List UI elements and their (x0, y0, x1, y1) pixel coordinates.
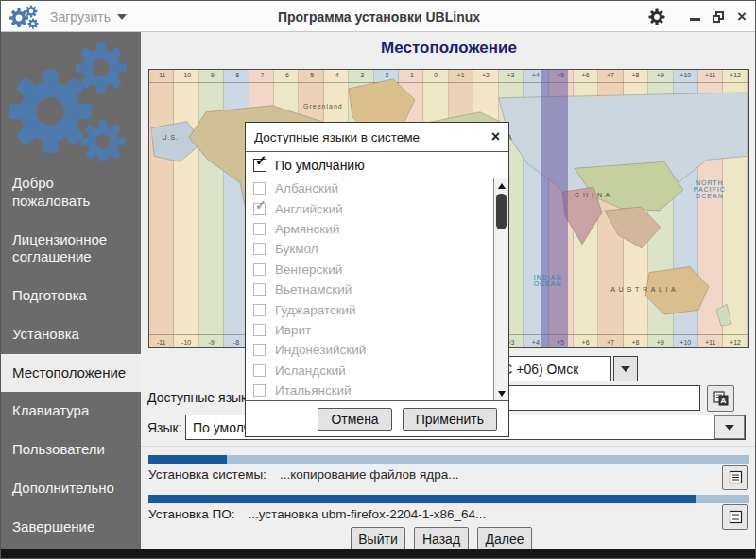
languages-dialog: Доступные языки в системе × ✓ По умолчан… (245, 122, 509, 437)
system-install-label: Установка системы: (148, 467, 266, 482)
next-button[interactable]: Далее (477, 527, 532, 551)
system-log-button[interactable] (722, 465, 748, 490)
gears-artwork-icon (1, 32, 141, 161)
installer-window: Загрузить Программа установки UBLinux × … (0, 0, 756, 559)
sidebar-item-finish[interactable]: Завершение (1, 508, 141, 547)
dialog-title: Доступные языки в системе (254, 130, 420, 144)
maximize-icon (713, 11, 724, 23)
language-item[interactable]: Гуджаратский (246, 299, 493, 319)
back-button[interactable]: Назад (414, 527, 469, 551)
language-dropdown-button[interactable] (714, 415, 745, 439)
language-checkbox[interactable] (253, 223, 266, 235)
sidebar-item-additional[interactable]: Дополнительно (1, 469, 141, 508)
language-checkbox[interactable] (253, 182, 266, 195)
language-name: Английский (275, 202, 343, 216)
software-install-label: Установка ПО: (148, 507, 235, 521)
selected-timezone-band (541, 70, 568, 347)
language-checkbox[interactable] (253, 283, 266, 296)
sidebar: Добро пожаловатьЛицензионное соглашениеП… (1, 32, 141, 551)
software-install-status: Установка ПО:...установка ubm-firefox-22… (148, 507, 486, 521)
language-item[interactable]: Итальянский (246, 381, 493, 400)
title-bar: Загрузить Программа установки UBLinux × (1, 1, 756, 32)
system-install-progressbar (148, 455, 749, 464)
language-checkbox[interactable] (253, 304, 266, 316)
language-name: Венгерский (275, 263, 342, 277)
timezone-dropdown-button[interactable] (613, 356, 638, 381)
chevron-down-icon (117, 14, 127, 20)
minimize-button[interactable] (687, 9, 702, 25)
choose-languages-button[interactable]: A (707, 385, 734, 412)
sidebar-item-location[interactable]: Местоположение (1, 354, 141, 393)
sidebar-item-installation[interactable]: Установка (1, 315, 141, 354)
app-logo-gears-icon (9, 4, 41, 30)
dialog-close-icon[interactable]: × (491, 130, 500, 144)
language-checkbox[interactable] (253, 384, 266, 397)
load-menu-label: Загрузить (50, 9, 111, 25)
scroll-up-button[interactable] (494, 179, 508, 192)
language-name: Букмол (275, 242, 318, 256)
close-button[interactable]: × (734, 9, 749, 25)
language-checkbox[interactable] (253, 324, 266, 336)
language-item[interactable]: Венгерский (246, 260, 493, 280)
language-name: Итальянский (275, 383, 352, 398)
svg-text:A: A (720, 397, 726, 405)
scrollbar[interactable] (493, 178, 508, 400)
language-item[interactable]: Иврит (246, 320, 493, 340)
language-name: Исландский (275, 364, 346, 378)
language-item[interactable]: ✓Английский (246, 198, 493, 218)
arrow-up-icon (498, 183, 506, 189)
software-install-progressbar (148, 495, 749, 503)
arrow-down-icon (498, 391, 506, 397)
language-item[interactable]: Армянский (246, 219, 493, 239)
language-name: Вьетнамский (275, 282, 352, 296)
sidebar-item-license[interactable]: Лицензионное соглашение (1, 221, 141, 278)
log-list-icon (729, 470, 743, 484)
default-label: По умолчанию (275, 158, 365, 173)
cancel-button[interactable]: Отмена (318, 408, 391, 431)
language-item[interactable]: Индонезийский (246, 340, 493, 360)
language-checkbox[interactable]: ✓ (253, 203, 266, 215)
language-checkbox[interactable] (253, 364, 266, 377)
sidebar-item-users[interactable]: Пользователи (1, 431, 141, 469)
language-name: Иврит (275, 323, 311, 337)
language-list: Албанский✓АнглийскийАрмянскийБукмолВенге… (246, 178, 508, 401)
language-name: Индонезийский (275, 343, 366, 357)
software-log-button[interactable] (722, 504, 748, 530)
scrollbar-thumb[interactable] (496, 194, 507, 229)
maximize-button[interactable] (711, 9, 726, 25)
bottom-strip (1, 549, 756, 558)
chevron-down-icon (725, 425, 734, 431)
sidebar-item-keyboard[interactable]: Клавиатура (1, 392, 141, 431)
checkmark-icon: ✓ (255, 197, 266, 212)
language-item[interactable]: Албанский (246, 178, 493, 198)
language-checkbox[interactable] (253, 344, 266, 356)
minimize-icon (690, 18, 700, 21)
log-list-icon (729, 510, 743, 524)
language-checkbox[interactable] (253, 243, 266, 255)
language-name: Армянский (275, 222, 339, 236)
language-name: Албанский (275, 181, 338, 195)
checkmark-icon: ✓ (255, 152, 267, 169)
page-title: Местоположение (141, 39, 756, 58)
apply-button[interactable]: Применить (403, 408, 497, 431)
load-menu-button[interactable]: Загрузить (50, 1, 127, 32)
language-name: Гуджаратский (275, 303, 356, 317)
system-install-status: Установка системы:...копирование файлов … (148, 467, 458, 482)
default-language-option[interactable]: ✓ По умолчанию (246, 152, 508, 178)
sidebar-item-preparation[interactable]: Подготовка (1, 277, 141, 315)
available-languages-label: Доступные языки (147, 390, 254, 405)
language-item[interactable]: Исландский (246, 361, 493, 381)
chevron-down-icon (621, 366, 630, 372)
sidebar-item-welcome[interactable]: Добро пожаловать (1, 164, 141, 221)
quit-button[interactable]: Выйти (351, 527, 405, 551)
scroll-down-button[interactable] (494, 387, 508, 399)
default-checkbox[interactable]: ✓ (253, 159, 266, 172)
close-icon: × (737, 10, 747, 24)
language-label: Язык: (147, 420, 182, 435)
language-item[interactable]: Вьетнамский (246, 280, 493, 299)
translate-icon: A (713, 390, 730, 407)
settings-gear-icon[interactable] (648, 8, 665, 25)
language-item[interactable]: Букмол (246, 239, 493, 259)
language-checkbox[interactable] (253, 263, 266, 276)
